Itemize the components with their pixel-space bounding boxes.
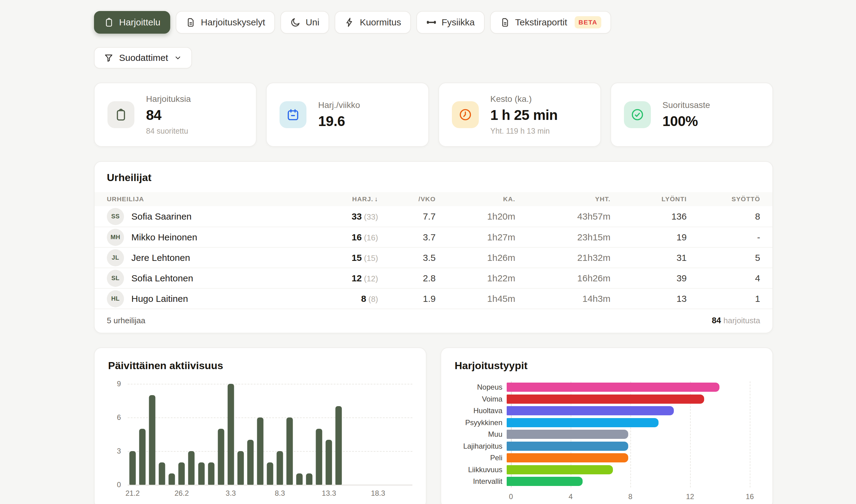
tab-fysiikka[interactable]: Fysiikka bbox=[416, 11, 484, 34]
sort-arrow-icon: ↓ bbox=[374, 195, 378, 202]
column-header-harj[interactable]: HARJ.↓ bbox=[302, 195, 378, 203]
per-week-cell: 2.8 bbox=[378, 273, 436, 284]
syotto-cell: 8 bbox=[687, 211, 760, 222]
type-track bbox=[507, 477, 750, 486]
bar-22.2 bbox=[139, 429, 146, 485]
lyonti-cell: 13 bbox=[611, 293, 687, 304]
bolt-icon bbox=[344, 17, 355, 28]
y-tick-label: 6 bbox=[117, 413, 121, 422]
tab-label: Fysiikka bbox=[442, 17, 475, 28]
bar-psyykkinen bbox=[507, 418, 658, 427]
table-row-jere-lehtonen[interactable]: JLJere Lehtonen15(15)3.51h26m21h32m315 bbox=[95, 247, 772, 268]
harj-cell: 33(33) bbox=[302, 211, 378, 222]
avg-duration-cell: 1h22m bbox=[436, 273, 515, 284]
bar-25.2 bbox=[169, 473, 175, 485]
x-tick-label: 21.2 bbox=[125, 489, 140, 498]
tab-harjoittelu[interactable]: Harjoittelu bbox=[94, 11, 170, 34]
athletes-title: Urheilijat bbox=[95, 162, 772, 192]
per-week-cell: 7.7 bbox=[378, 211, 436, 222]
clipboard-icon bbox=[104, 17, 114, 28]
tab-tekstiraportit[interactable]: TekstiraportitBETA bbox=[490, 11, 611, 34]
type-row-intervallit: Intervallit bbox=[455, 475, 759, 487]
bar-2.3 bbox=[218, 429, 224, 485]
clock-icon bbox=[458, 108, 473, 122]
check-circle-icon-tile bbox=[624, 101, 651, 128]
athletes-panel: Urheilijat URHEILIJAHARJ.↓/VKOKA.YHT.LYÖ… bbox=[94, 161, 773, 334]
syotto-cell: 5 bbox=[687, 253, 760, 263]
lyonti-cell: 136 bbox=[611, 211, 687, 222]
bar-26.2 bbox=[178, 463, 185, 485]
stat-card-value: 19.6 bbox=[318, 113, 360, 129]
type-track bbox=[507, 406, 750, 415]
bar-huoltava bbox=[507, 406, 674, 415]
bar-intervallit bbox=[507, 477, 583, 486]
x-tick-label: 12 bbox=[686, 492, 694, 501]
avg-duration-cell: 1h45m bbox=[436, 293, 515, 304]
bar-6.3 bbox=[257, 417, 263, 485]
column-header-ka[interactable]: KA. bbox=[436, 195, 515, 203]
harj-value: 33 bbox=[352, 211, 362, 221]
type-row-nopeus: Nopeus bbox=[455, 381, 759, 393]
type-track bbox=[507, 430, 750, 439]
bar-5.3 bbox=[247, 440, 254, 485]
filters-label: Suodattimet bbox=[119, 53, 168, 63]
column-header-ly-nti[interactable]: LYÖNTI bbox=[611, 195, 687, 203]
filters-button[interactable]: Suodattimet bbox=[94, 47, 192, 69]
column-header-vko[interactable]: /VKO bbox=[378, 195, 436, 203]
stat-card-sub: 84 suoritettu bbox=[146, 127, 191, 136]
avg-duration-cell: 1h26m bbox=[436, 253, 515, 263]
x-tick-label: 4 bbox=[568, 492, 572, 501]
type-row-lajiharjoitus: Lajiharjoitus bbox=[455, 440, 759, 452]
y-tick-label: 0 bbox=[117, 481, 121, 489]
bar-23.2 bbox=[149, 395, 155, 485]
avatar: MH bbox=[107, 229, 124, 246]
type-label: Lajiharjoitus bbox=[455, 442, 507, 450]
type-row-psyykkinen: Psyykkinen bbox=[455, 417, 759, 429]
per-week-cell: 3.5 bbox=[378, 253, 436, 263]
dumbbell-icon bbox=[426, 17, 436, 28]
bar-liikkuvuus bbox=[507, 465, 613, 474]
column-header-urheilija[interactable]: URHEILIJA bbox=[107, 195, 302, 203]
table-row-mikko-heinonen[interactable]: MHMikko Heinonen16(16)3.71h27m23h15m19- bbox=[95, 227, 772, 247]
moon-icon bbox=[290, 17, 301, 28]
daily-activity-chart: 0369 bbox=[108, 384, 412, 485]
tab-harjoituskyselyt[interactable]: Harjoituskyselyt bbox=[176, 11, 275, 34]
total-duration-cell: 16h26m bbox=[515, 273, 611, 284]
column-header-sy-tt[interactable]: SYÖTTÖ bbox=[687, 195, 760, 203]
file-icon bbox=[500, 17, 510, 28]
clock-icon-tile bbox=[452, 101, 479, 128]
tab-label: Kuormitus bbox=[360, 17, 401, 28]
tab-kuormitus[interactable]: Kuormitus bbox=[335, 11, 411, 34]
harj-cell: 8(8) bbox=[302, 293, 378, 304]
table-row-sofia-lehtonen[interactable]: SLSofia Lehtonen12(12)2.81h22m16h26m394 bbox=[95, 268, 772, 288]
type-label: Nopeus bbox=[455, 383, 507, 392]
training-types-plot: NopeusVoimaHuoltavaPsyykkinenMuuLajiharj… bbox=[455, 381, 759, 487]
table-row-hugo-laitinen[interactable]: HLHugo Laitinen8(8)1.91h45m14h3m131 bbox=[95, 288, 772, 309]
table-row-sofia-saarinen[interactable]: SSSofia Saarinen33(33)7.71h20m43h57m1368 bbox=[95, 206, 772, 227]
gridline bbox=[128, 384, 412, 384]
y-tick-label: 9 bbox=[117, 380, 121, 388]
type-track bbox=[507, 442, 750, 451]
training-types-x-axis: 0481216 bbox=[511, 487, 750, 501]
athletes-table-header: URHEILIJAHARJ.↓/VKOKA.YHT.LYÖNTISYÖTTÖ bbox=[95, 192, 772, 206]
per-week-cell: 3.7 bbox=[378, 232, 436, 242]
beta-badge: BETA bbox=[575, 16, 602, 29]
type-label: Huoltava bbox=[455, 407, 507, 415]
daily-activity-title: Päivittäinen aktiivisuus bbox=[108, 360, 412, 372]
bar-voima bbox=[507, 395, 704, 404]
bar-14.3 bbox=[336, 406, 342, 485]
file-icon bbox=[186, 17, 196, 28]
training-types-chart: NopeusVoimaHuoltavaPsyykkinenMuuLajiharj… bbox=[455, 381, 759, 501]
lyonti-cell: 31 bbox=[611, 253, 687, 263]
athlete-name: Hugo Laitinen bbox=[131, 293, 188, 304]
column-header-yht[interactable]: YHT. bbox=[515, 195, 611, 203]
harj-cell: 16(16) bbox=[302, 232, 378, 242]
type-row-muu: Muu bbox=[455, 429, 759, 440]
stat-card-kesto-ka: Kesto (ka.)1 h 25 minYht. 119 h 13 min bbox=[439, 83, 601, 147]
tab-uni[interactable]: Uni bbox=[280, 11, 329, 34]
type-label: Psyykkinen bbox=[455, 418, 507, 427]
type-label: Peli bbox=[455, 453, 507, 462]
stat-card-harj-viikko: Harj./viikko19.6 bbox=[266, 83, 429, 147]
x-tick-label: 18.3 bbox=[371, 489, 385, 498]
x-tick-label: 16 bbox=[746, 492, 754, 501]
